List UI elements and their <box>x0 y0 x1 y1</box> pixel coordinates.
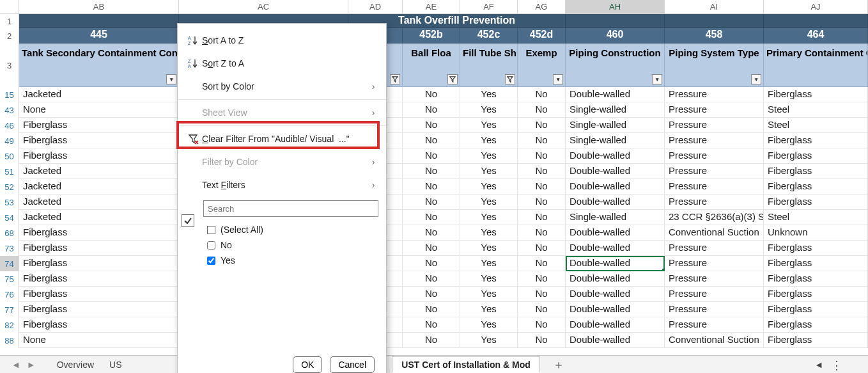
cell-ball-float[interactable]: No <box>403 194 460 210</box>
cell-primary-containment[interactable]: Fiberglass <box>764 87 868 102</box>
menu-sort-za[interactable]: ZA Sort Z to A <box>178 52 386 75</box>
cell-piping-system[interactable]: Pressure <box>665 194 764 210</box>
cell-fill-tube[interactable]: Yes <box>460 87 518 102</box>
cell-secondary[interactable]: Fiberglass <box>19 225 179 241</box>
col-header-AJ[interactable]: AJ <box>764 0 868 13</box>
cell-ball-float[interactable]: No <box>403 333 460 348</box>
cell-primary-containment[interactable]: Fiberglass <box>764 333 868 348</box>
cell-secondary[interactable]: Jacketed <box>19 179 179 194</box>
cell-secondary[interactable]: Fiberglass <box>19 133 179 148</box>
cell-ball-float[interactable]: No <box>403 317 460 333</box>
row-header-1[interactable]: 1 <box>0 14 19 28</box>
tab-overview[interactable]: Overview <box>47 356 104 373</box>
cell-primary-containment[interactable]: Fiberglass <box>764 241 868 256</box>
checkbox-yes[interactable] <box>207 257 215 265</box>
tab-nav-prev-icon[interactable]: ◄ <box>12 360 20 370</box>
cell-ball-float[interactable]: No <box>403 210 460 225</box>
row-header[interactable]: 82 <box>0 317 19 333</box>
cell-ball-float[interactable]: No <box>403 287 460 302</box>
cell-secondary[interactable]: None <box>19 102 179 118</box>
filter-option-yes[interactable]: Yes <box>203 253 378 268</box>
filter-search-input[interactable] <box>203 200 378 217</box>
cell-primary-containment[interactable]: Fiberglass <box>764 302 868 317</box>
cell-piping-system[interactable]: Pressure <box>665 271 764 287</box>
cell-ball-float[interactable]: No <box>403 302 460 317</box>
cell-ball-float[interactable]: No <box>403 164 460 179</box>
col-header-AH[interactable]: AH <box>566 0 665 13</box>
cell-piping-system[interactable]: Pressure <box>665 118 764 133</box>
cell-primary-containment[interactable]: Unknown <box>764 225 868 241</box>
cell-ball-float[interactable]: No <box>403 241 460 256</box>
cell-secondary[interactable]: None <box>19 333 179 348</box>
row-header[interactable]: 50 <box>0 148 19 164</box>
menu-sort-by-color[interactable]: Sort by Color › <box>178 75 386 98</box>
cell-piping-system[interactable]: 23 CCR §2636(a)(3) S <box>665 210 764 225</box>
menu-clear-filter[interactable]: Clear Filter From "Audible/ Visual ..." <box>178 127 386 150</box>
cell-secondary[interactable]: Jacketed <box>19 87 179 102</box>
filter-button-audible-visual[interactable] <box>390 74 400 84</box>
cell-piping-construction[interactable]: Double-walled <box>566 87 665 102</box>
cell-primary-containment[interactable]: Fiberglass <box>764 148 868 164</box>
cell-exempt[interactable]: No <box>518 302 566 317</box>
cell-piping-construction[interactable]: Double-walled <box>566 179 665 194</box>
cell-piping-construction[interactable]: Single-walled <box>566 210 665 225</box>
row-header[interactable]: 15 <box>0 87 19 102</box>
cell-secondary[interactable]: Fiberglass <box>19 148 179 164</box>
cell-piping-system[interactable]: Pressure <box>665 256 764 271</box>
cell-secondary[interactable]: Fiberglass <box>19 241 179 256</box>
cell-fill-tube[interactable]: Yes <box>460 164 518 179</box>
col-header-AI[interactable]: AI <box>665 0 764 13</box>
cell-piping-system[interactable]: Pressure <box>665 148 764 164</box>
cell-exempt[interactable]: No <box>518 148 566 164</box>
cell-fill-tube[interactable]: Yes <box>460 225 518 241</box>
cell-primary-containment[interactable]: Fiberglass <box>764 133 868 148</box>
cell-primary-containment[interactable]: Fiberglass <box>764 256 868 271</box>
cell-piping-system[interactable]: Pressure <box>665 102 764 118</box>
cell-fill-tube[interactable]: Yes <box>460 102 518 118</box>
cell-piping-construction[interactable]: Single-walled <box>566 118 665 133</box>
cell-piping-system[interactable]: Pressure <box>665 133 764 148</box>
row-header-3[interactable]: 3 <box>0 44 19 87</box>
checkbox-select-all[interactable] <box>207 226 215 234</box>
filter-button-fill-tube[interactable] <box>505 74 515 84</box>
cell-secondary[interactable]: Fiberglass <box>19 317 179 333</box>
row-header[interactable]: 88 <box>0 333 19 348</box>
toggle-selection-checkbox[interactable] <box>182 214 194 227</box>
filter-button-exempt[interactable]: ▾ <box>553 74 563 84</box>
cell-piping-system[interactable]: Pressure <box>665 317 764 333</box>
tab-us[interactable]: US <box>105 356 124 373</box>
cell-piping-system[interactable]: Pressure <box>665 241 764 256</box>
row-header[interactable]: 49 <box>0 133 19 148</box>
cell-piping-construction[interactable]: Double-walled <box>566 194 665 210</box>
cell-piping-construction[interactable]: Double-walled <box>566 302 665 317</box>
col-header-AF[interactable]: AF <box>460 0 518 13</box>
cell-fill-tube[interactable]: Yes <box>460 179 518 194</box>
cell-primary-containment[interactable]: Fiberglass <box>764 179 868 194</box>
row-header[interactable]: 77 <box>0 302 19 317</box>
cell-ball-float[interactable]: No <box>403 102 460 118</box>
cell-primary-containment[interactable]: Fiberglass <box>764 317 868 333</box>
cell-fill-tube[interactable]: Yes <box>460 241 518 256</box>
cell-piping-construction[interactable]: Double-walled <box>566 271 665 287</box>
cell-fill-tube[interactable]: Yes <box>460 302 518 317</box>
tab-nav-next-icon[interactable]: ► <box>27 360 36 370</box>
cell-secondary[interactable]: Jacketed <box>19 194 179 210</box>
cell-ball-float[interactable]: No <box>403 225 460 241</box>
row-header[interactable]: 51 <box>0 164 19 179</box>
cell-fill-tube[interactable]: Yes <box>460 271 518 287</box>
cell-exempt[interactable]: No <box>518 179 566 194</box>
checkbox-no[interactable] <box>207 241 215 250</box>
col-header-AC[interactable]: AC <box>179 0 348 13</box>
row-header[interactable]: 43 <box>0 102 19 118</box>
cell-fill-tube[interactable]: Yes <box>460 118 518 133</box>
cell-exempt[interactable]: No <box>518 210 566 225</box>
cell-piping-construction[interactable]: Double-walled <box>566 241 665 256</box>
cell-fill-tube[interactable]: Yes <box>460 210 518 225</box>
cell-secondary[interactable]: Jacketed <box>19 164 179 179</box>
col-header-AB[interactable]: AB <box>19 0 179 13</box>
cell-piping-construction[interactable]: Double-walled <box>566 287 665 302</box>
cell-primary-containment[interactable]: Steel <box>764 210 868 225</box>
cell-primary-containment[interactable]: Steel <box>764 118 868 133</box>
cell-exempt[interactable]: No <box>518 225 566 241</box>
cell-fill-tube[interactable]: Yes <box>460 194 518 210</box>
